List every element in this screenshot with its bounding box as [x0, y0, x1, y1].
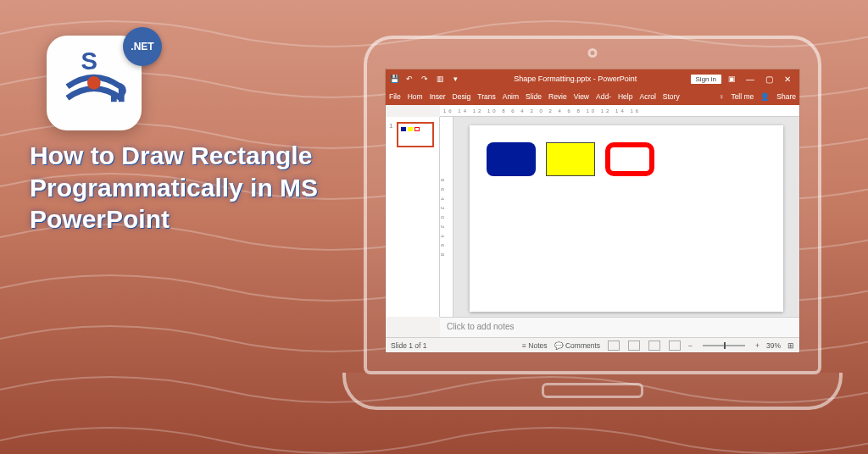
- tellme-icon: ♀: [715, 92, 727, 101]
- slide-thumbnails-panel: 1: [386, 117, 440, 317]
- maximize-button[interactable]: ▢: [760, 75, 777, 84]
- tab-design[interactable]: Desig: [449, 92, 475, 101]
- slide-canvas-area: [453, 117, 799, 317]
- status-slide-count: Slide 1 of 1: [391, 341, 427, 350]
- dotnet-badge: .NET: [123, 27, 162, 66]
- slide-canvas[interactable]: [470, 125, 783, 312]
- horizontal-ruler: 16 14 12 10 8 6 4 2 0 2 4 6 8 10 12 14 1…: [440, 105, 799, 117]
- trackpad-icon: [542, 383, 643, 398]
- camera-icon: [588, 48, 598, 58]
- laptop-illustration: 💾 ↶ ↷ ▥ ▾ Shape Formatting.pptx - PowerP…: [342, 36, 843, 434]
- share-button[interactable]: Share: [773, 92, 799, 101]
- zoom-in-button[interactable]: +: [755, 341, 760, 350]
- tab-view[interactable]: View: [570, 92, 593, 101]
- notes-toggle[interactable]: ≡ Notes: [522, 341, 548, 350]
- shape-rect-red-outline[interactable]: [605, 142, 654, 176]
- ribbon-tabs: File Hom Inser Desig Trans Anim Slide Re…: [386, 88, 799, 105]
- redo-icon[interactable]: ↷: [420, 74, 430, 84]
- window-titlebar: 💾 ↶ ↷ ▥ ▾ Shape Formatting.pptx - PowerP…: [386, 69, 799, 88]
- document-title: Shape Formatting.pptx - PowerPoint: [465, 75, 686, 83]
- tab-file[interactable]: File: [386, 92, 404, 101]
- share-icon: 👤: [757, 92, 773, 101]
- notes-pane[interactable]: Click to add notes: [440, 317, 799, 337]
- tab-acrobat[interactable]: Acrol: [636, 92, 659, 101]
- tab-home[interactable]: Hom: [404, 92, 426, 101]
- comments-toggle[interactable]: 💬 Comments: [554, 341, 600, 350]
- close-button[interactable]: ✕: [779, 75, 796, 84]
- tab-transitions[interactable]: Trans: [474, 92, 498, 101]
- svg-rect-1: [111, 92, 117, 102]
- zoom-slider[interactable]: [703, 345, 745, 346]
- tab-review[interactable]: Revie: [545, 92, 570, 101]
- shape-rect-yellow[interactable]: [546, 142, 595, 176]
- tab-slideshow[interactable]: Slide: [522, 92, 545, 101]
- powerpoint-window: 💾 ↶ ↷ ▥ ▾ Shape Formatting.pptx - PowerP…: [386, 69, 799, 352]
- zoom-level[interactable]: 39%: [766, 341, 781, 350]
- undo-icon[interactable]: ↶: [404, 74, 415, 84]
- tab-animations[interactable]: Anim: [499, 92, 522, 101]
- signin-button[interactable]: Sign in: [691, 75, 721, 84]
- hero-title: How to Draw Rectangle Programmatically i…: [30, 140, 335, 235]
- status-bar: Slide 1 of 1 ≡ Notes 💬 Comments − + 39% …: [386, 337, 799, 352]
- svg-point-0: [87, 76, 101, 90]
- minimize-button[interactable]: —: [742, 75, 759, 84]
- slide-thumbnail-1[interactable]: [397, 122, 434, 147]
- tab-help[interactable]: Help: [615, 92, 636, 101]
- reading-view-button[interactable]: [648, 340, 660, 351]
- shape-rect-navy[interactable]: [487, 142, 536, 176]
- vertical-ruler: 8 6 4 2 0 2 4 6 8: [440, 117, 453, 317]
- qat-more-icon[interactable]: ▾: [450, 74, 460, 84]
- sorter-view-button[interactable]: [628, 340, 640, 351]
- zoom-out-button[interactable]: −: [688, 341, 693, 350]
- startfromtop-icon[interactable]: ▥: [435, 74, 445, 84]
- tab-insert[interactable]: Inser: [426, 92, 449, 101]
- tab-storyboard[interactable]: Story: [659, 92, 683, 101]
- normal-view-button[interactable]: [608, 340, 620, 351]
- thumb-number: 1: [389, 122, 392, 130]
- fit-window-button[interactable]: ⊞: [787, 341, 794, 350]
- tab-addins[interactable]: Add-: [593, 92, 615, 101]
- tellme-button[interactable]: Tell me: [727, 92, 757, 101]
- ribbon-options-icon[interactable]: ▣: [726, 74, 737, 84]
- logo-letter: S: [81, 47, 97, 75]
- save-icon[interactable]: 💾: [389, 74, 399, 84]
- slideshow-view-button[interactable]: [669, 340, 681, 351]
